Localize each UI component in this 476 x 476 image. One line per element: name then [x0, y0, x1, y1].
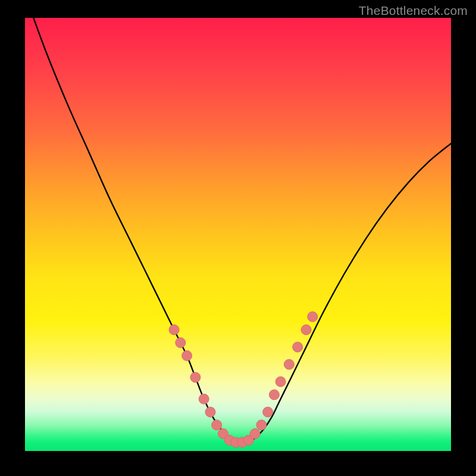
- curve-marker: [308, 312, 318, 322]
- chart-stage: TheBottleneck.com: [0, 0, 476, 476]
- curve-marker: [212, 420, 222, 430]
- curve-marker: [182, 350, 192, 361]
- curve-marker: [275, 377, 286, 387]
- curve-marker: [169, 325, 179, 335]
- curve-marker: [250, 428, 260, 439]
- curve-marker: [301, 325, 311, 335]
- curve-marker: [256, 420, 267, 430]
- marker-layer: [169, 312, 318, 447]
- chart-area: [25, 18, 451, 451]
- curve-marker: [293, 342, 303, 352]
- curve-marker: [190, 372, 201, 383]
- curve-marker: [269, 390, 279, 400]
- curve-marker: [205, 407, 215, 417]
- chart-overlay-svg: [25, 18, 451, 451]
- curve-marker: [284, 359, 294, 369]
- bottleneck-curve-path: [33, 18, 451, 443]
- curve-marker: [176, 338, 186, 348]
- curve-marker: [263, 407, 273, 417]
- curve-marker: [199, 394, 209, 404]
- watermark-label: TheBottleneck.com: [359, 4, 468, 18]
